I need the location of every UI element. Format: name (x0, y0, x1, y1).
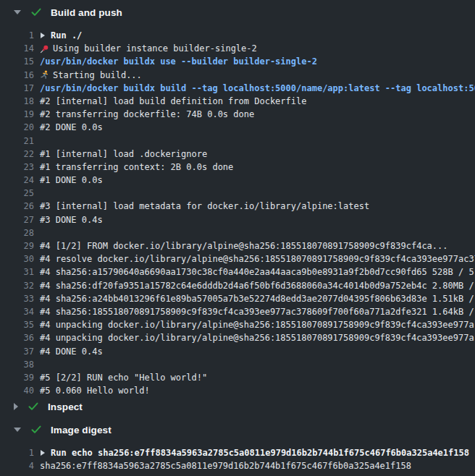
line-number[interactable]: 17 (0, 82, 34, 95)
line-number[interactable]: 1 (0, 29, 34, 42)
log-line-content: /usr/bin/docker buildx use --builder bui… (34, 55, 317, 68)
log-text: /usr/bin/docker buildx use --builder bui… (40, 55, 317, 68)
log-line: 1Run ./ (0, 29, 475, 42)
line-number[interactable]: 4 (0, 459, 34, 472)
step-section-image-digest: Image digest 1Run echo sha256:e7ff8834a5… (0, 422, 475, 472)
log-text: #1 [internal] load .dockerignore (40, 148, 207, 161)
log-text: #3 DONE 0.4s (40, 213, 103, 226)
log-line-content: #1 transferring context: 2B 0.0s done (34, 161, 233, 174)
log-line: 34#4 sha256:185518070891758909c9f839cf4c… (0, 305, 475, 318)
log-line-content: #4 [1/2] FROM docker.io/library/alpine@s… (34, 239, 448, 252)
log-line: 40#5 0.060 Hello world! (0, 384, 475, 397)
line-number[interactable]: 33 (0, 292, 34, 305)
log-line-content (34, 358, 40, 371)
log-line: 39#5 [2/2] RUN echo "Hello world!" (0, 371, 475, 384)
log-line: 25 (0, 187, 475, 200)
check-icon (31, 425, 41, 434)
log-line-content: #4 sha256:a15790640a6690aa1730c38cf0a440… (34, 265, 474, 279)
log-text: #4 resolve docker.io/library/alpine@sha2… (40, 252, 475, 265)
line-number[interactable]: 22 (0, 148, 34, 161)
line-number[interactable]: 26 (0, 200, 34, 213)
log-line: 26#3 [internal] load metadata for docker… (0, 200, 475, 213)
step-title: Build and push (51, 7, 122, 18)
step-header-image-digest[interactable]: Image digest (0, 422, 475, 438)
line-number[interactable]: 18 (0, 95, 34, 108)
log-text: Run echo sha256:e7ff8834a5963a2785c5a081… (51, 446, 469, 459)
line-number[interactable]: 27 (0, 213, 34, 226)
log-line-content: #5 0.060 Hello world! (34, 384, 150, 397)
log-line: 31#4 sha256:a15790640a6690aa1730c38cf0a4… (0, 265, 475, 279)
line-number[interactable]: 1 (0, 446, 34, 459)
log-line: 21 (0, 135, 475, 148)
log-line: 22#1 [internal] load .dockerignore (0, 148, 475, 161)
log-line: 32#4 sha256:df20fa9351a15782c64e6dddb2d4… (0, 279, 475, 292)
line-number[interactable]: 31 (0, 265, 34, 279)
log-line-content: #4 DONE 0.4s (34, 345, 103, 358)
log-line-content: #4 sha256:a24bb4013296f61e89ba57005a7b3e… (34, 292, 474, 305)
log-line-content: Using builder instance builder-single-2 (34, 42, 257, 55)
log-line: 18#2 [internal] load build definition fr… (0, 95, 475, 108)
line-number[interactable]: 19 (0, 108, 34, 121)
step-header-inspect[interactable]: Inspect (0, 399, 475, 415)
line-number[interactable]: 25 (0, 187, 34, 200)
log-line: 23#1 transferring context: 2B 0.0s done (0, 161, 475, 174)
log-line-content: sha256:e7ff8834a5963a2785c5a0811e979d16b… (34, 459, 411, 472)
line-number[interactable]: 35 (0, 318, 34, 331)
runner-icon (40, 70, 49, 80)
log-line: 38 (0, 358, 475, 371)
log-line: 14Using builder instance builder-single-… (0, 42, 475, 55)
line-number[interactable]: 40 (0, 384, 34, 397)
log-line-content: #3 [internal] load metadata for docker.i… (34, 200, 369, 213)
line-number[interactable]: 23 (0, 161, 34, 174)
log-line: 35#4 unpacking docker.io/library/alpine@… (0, 318, 475, 331)
line-number[interactable]: 24 (0, 174, 34, 187)
log-line-content: #4 sha256:185518070891758909c9f839cf4ca3… (34, 305, 474, 318)
log-line-content (34, 187, 40, 200)
log-line-content: #4 unpacking docker.io/library/alpine@sh… (34, 318, 474, 331)
log-text: Run ./ (51, 29, 82, 42)
log-text: #4 sha256:185518070891758909c9f839cf4ca3… (40, 305, 474, 318)
chevron-down-icon (14, 10, 21, 14)
log-line: 28 (0, 226, 475, 239)
chevron-right-icon (14, 403, 18, 410)
line-number[interactable]: 34 (0, 305, 34, 318)
line-number[interactable]: 36 (0, 331, 34, 344)
log-line-content: Starting build... (34, 69, 142, 82)
log-text: #2 transferring dockerfile: 74B 0.0s don… (40, 108, 254, 121)
line-number[interactable]: 32 (0, 279, 34, 292)
line-number[interactable]: 37 (0, 345, 34, 358)
play-icon[interactable] (41, 33, 45, 38)
log-line: 4sha256:e7ff8834a5963a2785c5a0811e979d16… (0, 459, 475, 472)
log-line: 20#2 DONE 0.0s (0, 121, 475, 134)
log-line-content: #3 DONE 0.4s (34, 213, 103, 226)
log-text: #1 transferring context: 2B 0.0s done (40, 161, 233, 174)
log-text: #4 sha256:df20fa9351a15782c64e6dddb2d4a6… (40, 279, 474, 292)
line-number[interactable]: 16 (0, 69, 34, 82)
line-number[interactable]: 39 (0, 371, 34, 384)
line-number[interactable]: 15 (0, 55, 34, 68)
log-line: 29#4 [1/2] FROM docker.io/library/alpine… (0, 239, 475, 252)
line-number[interactable]: 30 (0, 252, 34, 265)
line-number[interactable]: 29 (0, 239, 34, 252)
play-icon[interactable] (41, 450, 45, 456)
log-text: #4 sha256:a15790640a6690aa1730c38cf0a440… (40, 265, 474, 279)
log-text: #3 [internal] load metadata for docker.i… (40, 200, 369, 213)
log-line: 16Starting build... (0, 69, 475, 82)
step-header-build-and-push[interactable]: Build and push (0, 4, 475, 20)
step-log-lines: 1Run echo sha256:e7ff8834a5963a2785c5a08… (0, 446, 475, 472)
log-line: 37#4 DONE 0.4s (0, 345, 475, 358)
log-line-content: #4 unpacking docker.io/library/alpine@sh… (34, 331, 474, 344)
line-number[interactable]: 21 (0, 135, 34, 148)
line-number[interactable]: 14 (0, 42, 34, 55)
log-text: #1 DONE 0.0s (40, 174, 103, 187)
check-icon (31, 8, 41, 17)
chevron-down-icon (14, 428, 21, 432)
line-number[interactable]: 20 (0, 121, 34, 134)
log-text: #2 [internal] load build definition from… (40, 95, 306, 108)
log-text: #2 DONE 0.0s (40, 121, 103, 134)
line-number[interactable]: 38 (0, 358, 34, 371)
log-text: #4 sha256:a24bb4013296f61e89ba57005a7b3e… (40, 292, 474, 305)
log-line-content: #4 sha256:df20fa9351a15782c64e6dddb2d4a6… (34, 279, 474, 292)
line-number[interactable]: 28 (0, 226, 34, 239)
log-line-content: #5 [2/2] RUN echo "Hello world!" (34, 371, 207, 384)
